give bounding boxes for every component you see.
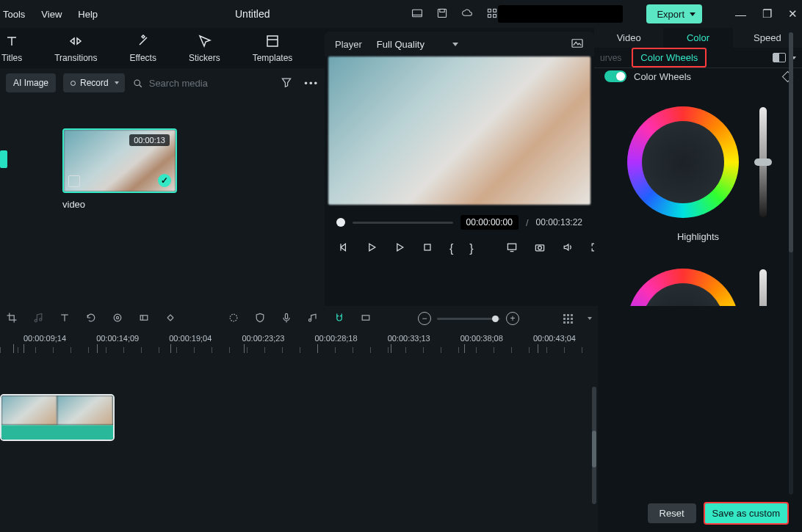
track-view-dropdown[interactable] bbox=[588, 317, 592, 320]
more-tools-icon[interactable] bbox=[165, 312, 176, 326]
timeline-clip[interactable] bbox=[0, 394, 115, 441]
mark-out-icon[interactable]: } bbox=[469, 242, 473, 255]
mask-icon[interactable] bbox=[112, 312, 123, 326]
ai-image-button[interactable]: AI Image bbox=[6, 73, 56, 92]
more-icon[interactable]: ••• bbox=[304, 78, 319, 89]
snapshot-icon[interactable] bbox=[571, 38, 584, 51]
svg-rect-15 bbox=[425, 244, 430, 250]
filter-icon[interactable] bbox=[281, 76, 292, 90]
save-icon[interactable] bbox=[436, 7, 448, 21]
speed-tool-icon[interactable] bbox=[138, 312, 150, 326]
mic-icon[interactable] bbox=[281, 312, 292, 326]
highlights-slider[interactable] bbox=[756, 107, 770, 217]
text-tool-icon[interactable] bbox=[59, 312, 71, 326]
layout-icon[interactable] bbox=[411, 7, 423, 21]
play-icon[interactable] bbox=[366, 241, 377, 255]
mark-in-icon[interactable]: { bbox=[449, 242, 453, 255]
svg-point-30 bbox=[308, 318, 311, 321]
timeline-scrollbar[interactable] bbox=[592, 387, 596, 504]
panel-scrollbar[interactable] bbox=[789, 32, 793, 495]
menu-help[interactable]: Help bbox=[78, 9, 98, 20]
cloud-icon[interactable] bbox=[461, 7, 473, 21]
svg-point-12 bbox=[134, 80, 140, 86]
svg-rect-0 bbox=[413, 10, 422, 17]
qr-icon[interactable] bbox=[486, 7, 498, 21]
zoom-out-button[interactable]: − bbox=[418, 312, 431, 325]
svg-rect-5 bbox=[494, 9, 496, 12]
svg-rect-6 bbox=[488, 14, 491, 17]
highlights-wheel[interactable] bbox=[627, 106, 739, 218]
track-view-icon[interactable] bbox=[563, 314, 573, 324]
midtones-wheel[interactable] bbox=[627, 269, 739, 306]
timeline-ruler[interactable]: 00:00:09;14 00:00:14;09 00:00:19;04 00:0… bbox=[0, 331, 598, 357]
music-icon[interactable] bbox=[32, 312, 44, 326]
tab-stickers[interactable]: Stickers bbox=[189, 34, 220, 63]
menu-tools[interactable]: Tools bbox=[3, 9, 25, 20]
play-all-icon[interactable] bbox=[394, 241, 405, 255]
minimize-button[interactable]: — bbox=[735, 8, 746, 21]
save-as-custom-button[interactable]: Save as custom bbox=[704, 502, 790, 525]
close-button[interactable]: ✕ bbox=[788, 7, 798, 21]
quality-dropdown[interactable]: Full Quality bbox=[377, 39, 458, 50]
menu-view[interactable]: View bbox=[41, 9, 62, 20]
svg-point-21 bbox=[40, 318, 42, 320]
shield-icon[interactable] bbox=[254, 312, 266, 326]
zoom-slider[interactable] bbox=[437, 318, 500, 320]
rotate-icon[interactable] bbox=[85, 312, 97, 326]
playhead-dot[interactable] bbox=[336, 218, 345, 227]
clip-duration: 00:00:13 bbox=[129, 134, 170, 146]
svg-rect-26 bbox=[140, 315, 148, 319]
media-clip[interactable]: 00:00:13 ✓ bbox=[62, 128, 177, 193]
record-button[interactable]: Record bbox=[63, 73, 125, 92]
svg-point-25 bbox=[116, 316, 118, 318]
prev-frame-icon[interactable] bbox=[338, 241, 350, 255]
tab-templates[interactable]: Templates bbox=[253, 34, 293, 63]
export-button[interactable]: Export bbox=[646, 4, 702, 23]
marker-icon[interactable] bbox=[228, 312, 239, 326]
panel-title: Color Wheels bbox=[634, 71, 691, 82]
midtones-slider[interactable] bbox=[756, 269, 770, 306]
display-icon[interactable] bbox=[506, 241, 518, 255]
camera-icon[interactable] bbox=[534, 241, 546, 255]
svg-line-13 bbox=[139, 84, 141, 87]
svg-point-24 bbox=[114, 314, 121, 321]
svg-point-28 bbox=[230, 314, 237, 321]
search-media-input[interactable]: Search media bbox=[132, 78, 274, 89]
svg-point-19 bbox=[538, 246, 541, 249]
reset-button[interactable]: Reset bbox=[648, 503, 696, 523]
svg-rect-3 bbox=[440, 9, 444, 12]
media-strip bbox=[0, 150, 7, 168]
stop-icon[interactable] bbox=[422, 241, 433, 255]
clip-name: video bbox=[62, 199, 85, 210]
tab-effects[interactable]: Effects bbox=[129, 34, 156, 63]
svg-rect-7 bbox=[494, 14, 496, 17]
svg-rect-31 bbox=[362, 315, 369, 319]
tab-titles[interactable]: Titles bbox=[1, 34, 22, 63]
ratio-icon[interactable] bbox=[360, 312, 372, 326]
volume-icon[interactable] bbox=[562, 241, 574, 255]
zoom-in-button[interactable]: + bbox=[506, 312, 519, 325]
player-label: Player bbox=[335, 39, 362, 50]
svg-rect-29 bbox=[285, 313, 287, 318]
maximize-button[interactable]: ❐ bbox=[762, 7, 772, 21]
crop-icon[interactable] bbox=[6, 312, 18, 326]
svg-rect-16 bbox=[507, 244, 516, 249]
svg-rect-10 bbox=[267, 36, 278, 46]
svg-point-20 bbox=[35, 319, 37, 321]
highlights-label: Highlights bbox=[677, 231, 719, 242]
magnet-icon[interactable] bbox=[333, 312, 345, 326]
clip-used-check-icon: ✓ bbox=[158, 174, 171, 187]
tab-color[interactable]: Color bbox=[663, 28, 732, 48]
scrub-track[interactable] bbox=[353, 222, 453, 224]
top-search[interactable] bbox=[498, 5, 623, 23]
total-time: 00:00:13:22 bbox=[536, 217, 582, 227]
color-wheels-toggle[interactable] bbox=[604, 70, 626, 82]
tab-transitions[interactable]: Transitions bbox=[54, 34, 97, 63]
add-to-timeline-icon[interactable] bbox=[68, 175, 80, 187]
tab-video[interactable]: Video bbox=[594, 28, 663, 48]
preview-viewport[interactable] bbox=[328, 57, 590, 205]
subtab-color-wheels[interactable]: Color Wheels bbox=[632, 48, 707, 68]
audio-track-icon[interactable] bbox=[307, 312, 319, 326]
subtab-curves[interactable]: urves bbox=[600, 53, 621, 63]
svg-rect-4 bbox=[488, 9, 491, 12]
